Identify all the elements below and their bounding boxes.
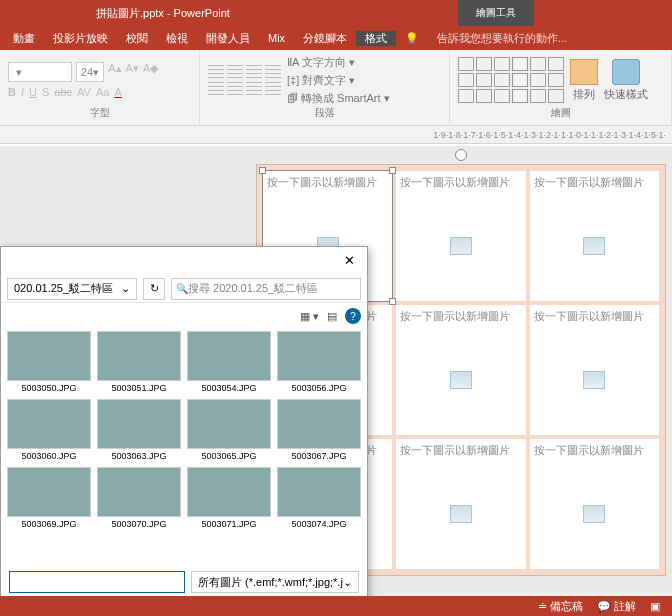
rotate-handle-icon[interactable]: [455, 149, 467, 161]
dialog-toolbar: ▦ ▾ ▤ ?: [300, 305, 361, 327]
chevron-down-icon: ⌄: [121, 282, 130, 295]
horizontal-ruler: 1·9·1·8·1·7·1·6·1·5·1·4·1·3·1·2·1·1·1·0·…: [0, 126, 672, 144]
shadow-button[interactable]: S: [42, 86, 49, 98]
file-item[interactable]: 5003050.JPG: [7, 331, 91, 393]
picture-icon[interactable]: [450, 505, 472, 523]
ribbon: ▾ 24 ▾ A▴ A▾ A◆ B I U S abc AV Aa A 字: [0, 50, 672, 126]
filename-input[interactable]: [9, 571, 185, 593]
picture-icon[interactable]: [450, 371, 472, 389]
path-combo[interactable]: 020.01.25_駁二特區⌄: [7, 278, 137, 300]
paragraph-align-icons[interactable]: [208, 65, 281, 96]
close-button[interactable]: ✕: [333, 249, 365, 271]
group-label-font: 字型: [8, 106, 191, 121]
file-open-dialog: ✕ 020.01.25_駁二特區⌄ ↻ 🔍 搜尋 2020.01.25_駁二特區…: [0, 246, 368, 600]
ribbon-group-paragraph: ⅡA 文字方向 ▾ [‡] 對齊文字 ▾ 🗐 轉換成 SmartArt ▾ 段落: [200, 50, 450, 125]
file-item[interactable]: 5003071.JPG: [187, 467, 271, 529]
picture-icon[interactable]: [583, 505, 605, 523]
picture-placeholder[interactable]: 按一下圖示以新增圖片: [530, 439, 659, 569]
dialog-footer: 所有圖片 (*.emf;*.wmf;*.jpg;*.j⌄: [9, 569, 359, 595]
help-icon[interactable]: ?: [345, 308, 361, 324]
tab-developer[interactable]: 開發人員: [197, 31, 259, 46]
picture-placeholder[interactable]: 按一下圖示以新增圖片: [396, 439, 525, 569]
tab-view[interactable]: 檢視: [157, 31, 197, 46]
search-input[interactable]: 🔍 搜尋 2020.01.25_駁二特區: [171, 278, 361, 300]
file-item[interactable]: 5003065.JPG: [187, 399, 271, 461]
refresh-button[interactable]: ↻: [143, 278, 165, 300]
lightbulb-icon: 💡: [396, 32, 428, 45]
file-item[interactable]: 5003056.JPG: [277, 331, 361, 393]
file-item[interactable]: 5003067.JPG: [277, 399, 361, 461]
view-details-icon[interactable]: ▤: [327, 310, 337, 323]
char-spacing-button[interactable]: AV: [77, 86, 91, 98]
increase-font-icon[interactable]: A▴: [108, 62, 121, 82]
font-family-combo[interactable]: ▾: [8, 62, 72, 82]
file-item[interactable]: 5003063.JPG: [97, 399, 181, 461]
resize-handle[interactable]: [259, 167, 266, 174]
italic-button[interactable]: I: [21, 86, 24, 98]
tab-review[interactable]: 校閱: [117, 31, 157, 46]
quick-styles-button[interactable]: 快速樣式: [604, 59, 648, 102]
dialog-nav: 020.01.25_駁二特區⌄ ↻ 🔍 搜尋 2020.01.25_駁二特區: [1, 275, 367, 303]
font-color-button[interactable]: A: [114, 86, 121, 98]
group-label-drawing: 繪圖: [458, 106, 663, 121]
file-item[interactable]: 5003054.JPG: [187, 331, 271, 393]
picture-icon[interactable]: [450, 237, 472, 255]
status-bar: ≐ 備忘稿 💬 註解 ▣: [0, 596, 672, 616]
tab-storyboard[interactable]: 分鏡腳本: [294, 31, 356, 46]
ribbon-group-font: ▾ 24 ▾ A▴ A▾ A◆ B I U S abc AV Aa A 字: [0, 50, 200, 125]
file-item[interactable]: 5003069.JPG: [7, 467, 91, 529]
resize-handle[interactable]: [389, 167, 396, 174]
convert-smartart-button[interactable]: 🗐 轉換成 SmartArt ▾: [287, 91, 390, 106]
file-item[interactable]: 5003070.JPG: [97, 467, 181, 529]
resize-handle[interactable]: [389, 298, 396, 305]
file-item[interactable]: 5003060.JPG: [7, 399, 91, 461]
align-text-button[interactable]: [‡] 對齊文字 ▾: [287, 73, 390, 88]
case-button[interactable]: Aa: [96, 86, 109, 98]
picture-placeholder[interactable]: 按一下圖示以新增圖片: [396, 305, 525, 435]
tab-format[interactable]: 格式: [356, 31, 396, 46]
ribbon-tabs: 動畫 投影片放映 校閱 檢視 開發人員 Mix 分鏡腳本 格式 💡 告訴我您想要…: [0, 26, 672, 50]
picture-icon[interactable]: [583, 371, 605, 389]
comments-button[interactable]: 💬 註解: [597, 599, 636, 614]
picture-placeholder[interactable]: 按一下圖示以新增圖片: [530, 305, 659, 435]
tab-mix[interactable]: Mix: [259, 32, 294, 44]
strike-button[interactable]: abc: [54, 86, 72, 98]
file-list: 5003050.JPG 5003051.JPG 5003054.JPG 5003…: [7, 331, 361, 565]
picture-icon[interactable]: [583, 237, 605, 255]
text-direction-button[interactable]: ⅡA 文字方向 ▾: [287, 55, 390, 70]
tab-animations[interactable]: 動畫: [4, 31, 44, 46]
view-large-icon[interactable]: ▦ ▾: [300, 310, 319, 323]
ribbon-group-drawing: 排列 快速樣式 繪圖: [450, 50, 672, 125]
underline-button[interactable]: U: [29, 86, 37, 98]
contextual-tab-label: 繪圖工具: [458, 0, 534, 26]
window-title: 拼貼圖片.pptx - PowerPoint: [96, 6, 230, 21]
tab-slideshow[interactable]: 投影片放映: [44, 31, 117, 46]
arrange-button[interactable]: 排列: [570, 59, 598, 102]
notes-button[interactable]: ≐ 備忘稿: [538, 599, 583, 614]
group-label-paragraph: 段落: [208, 106, 441, 121]
picture-placeholder[interactable]: 按一下圖示以新增圖片: [530, 171, 659, 301]
file-item[interactable]: 5003074.JPG: [277, 467, 361, 529]
chevron-down-icon: ⌄: [343, 576, 352, 589]
clear-format-icon[interactable]: A◆: [143, 62, 158, 82]
picture-placeholder[interactable]: 按一下圖示以新增圖片: [396, 171, 525, 301]
titlebar: 拼貼圖片.pptx - PowerPoint 繪圖工具: [0, 0, 672, 26]
shapes-gallery[interactable]: [458, 57, 564, 103]
filetype-combo[interactable]: 所有圖片 (*.emf;*.wmf;*.jpg;*.j⌄: [191, 571, 359, 593]
bold-button[interactable]: B: [8, 86, 16, 98]
file-item[interactable]: 5003051.JPG: [97, 331, 181, 393]
decrease-font-icon[interactable]: A▾: [126, 62, 139, 82]
view-normal-icon[interactable]: ▣: [650, 600, 660, 613]
tellme-input[interactable]: 告訴我您想要執行的動作...: [428, 31, 576, 46]
font-size-combo[interactable]: 24 ▾: [76, 62, 104, 82]
